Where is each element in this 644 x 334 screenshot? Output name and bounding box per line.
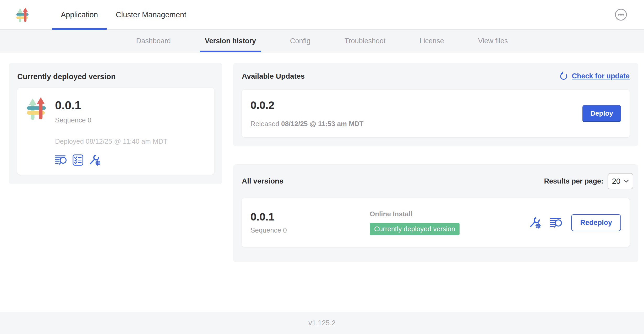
edit-config-icon [529, 216, 542, 229]
ellipsis-menu-icon [614, 8, 628, 21]
redeploy-button[interactable]: Redeploy [571, 214, 621, 231]
subnav-tab-license[interactable]: License [420, 30, 444, 52]
available-updates-title: Available Updates [242, 72, 305, 80]
available-updates-card: Available Updates Check for update 0.0.2… [233, 63, 638, 146]
subnav-tab-config[interactable]: Config [290, 30, 310, 52]
released-prefix: Released [250, 120, 279, 128]
refresh-icon [559, 72, 568, 81]
active-tab-underline [200, 51, 261, 52]
edit-config-button[interactable] [89, 154, 101, 166]
edit-config-button[interactable] [529, 216, 542, 229]
top-tab-label: Cluster Management [116, 10, 186, 19]
subnav-tab-version-history[interactable]: Version history [205, 30, 256, 52]
results-per-page-value: 20 [612, 177, 620, 186]
ellipsis-menu-button[interactable] [614, 8, 628, 21]
app-footer: v1.125.2 [0, 312, 644, 334]
subnav-tab-troubleshoot[interactable]: Troubleshoot [345, 30, 386, 52]
deploy-logs-button[interactable] [55, 154, 67, 166]
currently-deployed-card: Currently deployed version 0.0.1 Sequenc… [9, 63, 222, 184]
subnav-tab-label: View files [478, 37, 508, 45]
update-released-timestamp: Released 08/12/25 @ 11:53 am MDT [250, 120, 364, 128]
results-per-page-select[interactable]: 20 [608, 173, 633, 189]
check-for-update-link[interactable]: Check for update [559, 72, 630, 81]
subnav-tab-view-files[interactable]: View files [478, 30, 508, 52]
released-date: 08/12/25 @ 11:53 am MDT [281, 120, 363, 128]
top-nav-bar: Application Cluster Management [0, 0, 644, 30]
deploy-logs-icon [550, 216, 563, 229]
subnav-tab-label: Version history [205, 37, 256, 45]
preflight-checks-button[interactable] [72, 154, 84, 166]
chevron-down-icon [624, 180, 629, 183]
check-for-update-label: Check for update [572, 72, 630, 80]
deploy-logs-button[interactable] [550, 216, 563, 229]
app-subnav: Dashboard Version history Config Trouble… [0, 30, 644, 52]
install-type: Online Install [370, 210, 460, 218]
version-row: 0.0.1 Sequence 0 Online Install Currentl… [242, 198, 630, 247]
deployed-version-number: 0.0.1 [55, 99, 167, 112]
deployed-timestamp: Deployed 08/12/25 @ 11:40 am MDT [55, 137, 167, 146]
all-versions-card: All versions Results per page: 20 0.0.1 … [233, 164, 638, 262]
update-version-number: 0.0.2 [250, 99, 364, 111]
top-tab-cluster-management[interactable]: Cluster Management [107, 0, 195, 29]
app-logo [15, 6, 31, 23]
row-sequence: Sequence 0 [250, 226, 370, 234]
version-history-page: Currently deployed version 0.0.1 Sequenc… [0, 52, 644, 312]
deploy-logs-icon [55, 154, 67, 166]
edit-config-icon [89, 154, 101, 166]
subnav-tab-label: License [420, 37, 444, 45]
results-per-page: Results per page: 20 [544, 173, 633, 189]
available-update-row: 0.0.2 Released 08/12/25 @ 11:53 am MDT D… [242, 90, 630, 137]
currently-deployed-badge: Currently deployed version [370, 223, 460, 235]
top-tab-label: Application [61, 10, 98, 19]
active-tab-underline [52, 28, 107, 30]
currently-deployed-title: Currently deployed version [17, 72, 214, 81]
subnav-tab-label: Dashboard [136, 37, 171, 45]
subnav-tab-label: Troubleshoot [345, 37, 386, 45]
app-logo-icon [15, 6, 31, 23]
preflight-checks-icon [72, 154, 84, 166]
deploy-button[interactable]: Deploy [582, 105, 621, 122]
app-logo-icon [25, 95, 50, 121]
console-version: v1.125.2 [308, 319, 336, 327]
deployed-sequence: Sequence 0 [55, 116, 167, 124]
all-versions-title: All versions [242, 177, 283, 185]
results-per-page-label: Results per page: [544, 177, 603, 185]
subnav-tab-dashboard[interactable]: Dashboard [136, 30, 171, 52]
deployed-version-actions [55, 154, 167, 166]
row-version-number: 0.0.1 [250, 211, 370, 223]
deployed-version-panel: 0.0.1 Sequence 0 Deployed 08/12/25 @ 11:… [17, 88, 214, 175]
subnav-tab-label: Config [290, 37, 310, 45]
top-tab-application[interactable]: Application [52, 0, 107, 29]
